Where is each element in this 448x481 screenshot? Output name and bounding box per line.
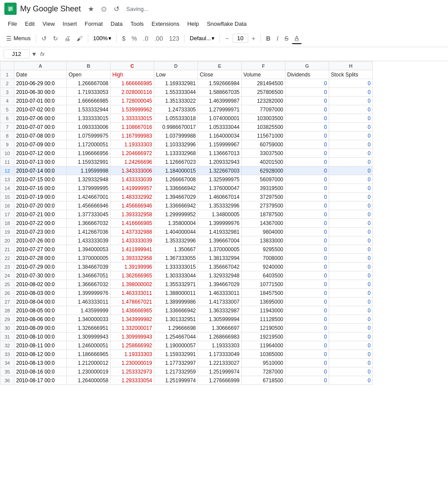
cell-13-A[interactable]: 2010-07-15 00:0	[14, 175, 67, 184]
table-row[interactable]: 212010-07-27 00:01.3940000531.4119999411…	[0, 245, 373, 254]
cell-8-D[interactable]: 1.037999988	[154, 131, 198, 140]
cell-24-D[interactable]: 1.303333044	[154, 271, 198, 280]
table-row[interactable]: 202010-07-26 00:01.4333330391.4333330391…	[0, 236, 373, 245]
paint-format-button[interactable]: 🖌	[74, 33, 85, 44]
cell-5-F[interactable]: 77097000	[242, 105, 285, 114]
cell-14-C[interactable]: 1.419999957	[111, 184, 154, 193]
cell-5-H[interactable]: 0	[329, 105, 373, 114]
cell-36-F[interactable]: 6718500	[242, 376, 285, 385]
cell-5-B[interactable]: 1.533332944	[67, 105, 111, 114]
row-header-26[interactable]: 26	[0, 289, 14, 298]
cell-16-C[interactable]: 1.456666946	[111, 201, 154, 210]
font-size-plus-button[interactable]: +	[249, 33, 258, 44]
dec-decimals-button[interactable]: .0	[141, 33, 151, 44]
cell-27-D[interactable]: 1.389999986	[154, 298, 198, 306]
table-row[interactable]: 32010-06-30 00:01.7193330532.0280001161.…	[0, 88, 373, 97]
cell-9-F[interactable]: 60759000	[242, 140, 285, 149]
cell-30-A[interactable]: 2010-08-09 00:0	[14, 324, 67, 332]
cell-24-G[interactable]: 0	[285, 271, 329, 280]
cell-23-A[interactable]: 2010-07-29 00:0	[14, 263, 67, 271]
cell-23-F[interactable]: 9240000	[242, 263, 285, 271]
table-row[interactable]: 52010-07-02 00:01.5333329441.5399999621.…	[0, 105, 373, 114]
cell-32-B[interactable]: 1.246000051	[67, 341, 111, 350]
cell-16-G[interactable]: 0	[285, 201, 329, 210]
cell-21-H[interactable]: 0	[329, 245, 373, 254]
menu-item-extensions[interactable]: Extensions	[148, 19, 183, 28]
undo-button[interactable]: ↺	[39, 33, 49, 44]
cell-32-E[interactable]: 1.19333303	[198, 341, 242, 350]
cell-13-F[interactable]: 56097000	[242, 175, 285, 184]
table-row[interactable]: 342010-08-13 00:01.2120000121.2300000191…	[0, 359, 373, 367]
cell-12-E[interactable]: 1.322667003	[198, 166, 242, 175]
cell-32-A[interactable]: 2010-08-11 00:0	[14, 341, 67, 350]
cell-17-F[interactable]: 18787500	[242, 210, 285, 219]
table-row[interactable]: 252010-08-02 00:01.3666670321.3980000021…	[0, 280, 373, 289]
row-header-14[interactable]: 14	[0, 184, 14, 193]
cell-21-C[interactable]: 1.411999941	[111, 245, 154, 254]
cell-25-F[interactable]: 10771500	[242, 280, 285, 289]
cell-23-E[interactable]: 1.356667042	[198, 263, 242, 271]
header-open[interactable]: Open	[67, 70, 111, 79]
cell-19-C[interactable]: 1.437332988	[111, 228, 154, 236]
cell-10-C[interactable]: 1.204666972	[111, 149, 154, 158]
cell-15-D[interactable]: 1.394667029	[154, 193, 198, 201]
cell-29-E[interactable]: 1.305999994	[198, 315, 242, 324]
cell-17-A[interactable]: 2010-07-21 00:0	[14, 210, 67, 219]
header-high[interactable]: High	[111, 70, 154, 79]
cell-26-C[interactable]: 1.463333011	[111, 289, 154, 298]
cell-30-F[interactable]: 12190500	[242, 324, 285, 332]
cell-12-D[interactable]: 1.184000015	[154, 166, 198, 175]
cell-25-C[interactable]: 1.398000002	[111, 280, 154, 289]
cell-23-D[interactable]: 1.333333015	[154, 263, 198, 271]
bold-button[interactable]: B	[264, 33, 273, 44]
table-row[interactable]: 352010-08-16 00:01.2300000191.2533329731…	[0, 367, 373, 376]
cell-28-F[interactable]: 11943000	[242, 306, 285, 315]
cell-6-H[interactable]: 0	[329, 114, 373, 123]
cell-35-D[interactable]: 1.217332959	[154, 367, 198, 376]
cell-10-D[interactable]: 1.133332968	[154, 149, 198, 158]
cell-15-C[interactable]: 1.483332992	[111, 193, 154, 201]
row-header-25[interactable]: 25	[0, 280, 14, 289]
cell-28-D[interactable]: 1.336666942	[154, 306, 198, 315]
row-header-5[interactable]: 5	[0, 105, 14, 114]
cell-8-H[interactable]: 0	[329, 131, 373, 140]
cell-29-G[interactable]: 0	[285, 315, 329, 324]
menu-item-edit[interactable]: Edit	[21, 19, 38, 28]
cell-25-A[interactable]: 2010-08-02 00:0	[14, 280, 67, 289]
cell-18-C[interactable]: 1.416666985	[111, 219, 154, 228]
cell-16-F[interactable]: 27379500	[242, 201, 285, 210]
cell-17-C[interactable]: 1.393332958	[111, 210, 154, 219]
cell-14-B[interactable]: 1.379999995	[67, 184, 111, 193]
cell-18-D[interactable]: 1.35800004	[154, 219, 198, 228]
cell-21-B[interactable]: 1.394000053	[67, 245, 111, 254]
cell-20-A[interactable]: 2010-07-26 00:0	[14, 236, 67, 245]
table-row[interactable]: 332010-08-12 00:01.1866669651.193333031.…	[0, 350, 373, 359]
table-row[interactable]: 292010-08-06 00:01.3400000331.3439999821…	[0, 315, 373, 324]
table-row[interactable]: 162010-07-20 00:01.4566669461.4566669461…	[0, 201, 373, 210]
cell-30-G[interactable]: 0	[285, 324, 329, 332]
header-stock-splits[interactable]: Stock Splits	[329, 70, 373, 79]
cell-11-C[interactable]: 1.24266696	[111, 158, 154, 166]
cell-12-B[interactable]: 1.19599998	[67, 166, 111, 175]
cell-34-E[interactable]: 1.221333027	[198, 359, 242, 367]
cell-14-D[interactable]: 1.336666942	[154, 184, 198, 193]
cell-23-G[interactable]: 0	[285, 263, 329, 271]
cell-19-E[interactable]: 1.419332981	[198, 228, 242, 236]
cell-7-H[interactable]: 0	[329, 123, 373, 131]
cell-3-C[interactable]: 2.028000116	[111, 88, 154, 97]
col-header-A[interactable]: A	[14, 62, 67, 70]
cell-36-C[interactable]: 1.293333054	[111, 376, 154, 385]
cell-13-C[interactable]: 1.433333039	[111, 175, 154, 184]
cell-9-C[interactable]: 1.19333303	[111, 140, 154, 149]
row-header-12[interactable]: 12	[0, 166, 14, 175]
cell-28-B[interactable]: 1.43599999	[67, 306, 111, 315]
cell-27-B[interactable]: 1.463333011	[67, 298, 111, 306]
cell-30-B[interactable]: 1.326666951	[67, 324, 111, 332]
row-header-31[interactable]: 31	[0, 332, 14, 341]
font-family-dropdown[interactable]: Defaul... ▾	[188, 34, 217, 43]
row-header-21[interactable]: 21	[0, 245, 14, 254]
cell-11-D[interactable]: 1.126667023	[154, 158, 198, 166]
cell-15-E[interactable]: 1.460667014	[198, 193, 242, 201]
cell-24-H[interactable]: 0	[329, 271, 373, 280]
cell-15-F[interactable]: 37297500	[242, 193, 285, 201]
